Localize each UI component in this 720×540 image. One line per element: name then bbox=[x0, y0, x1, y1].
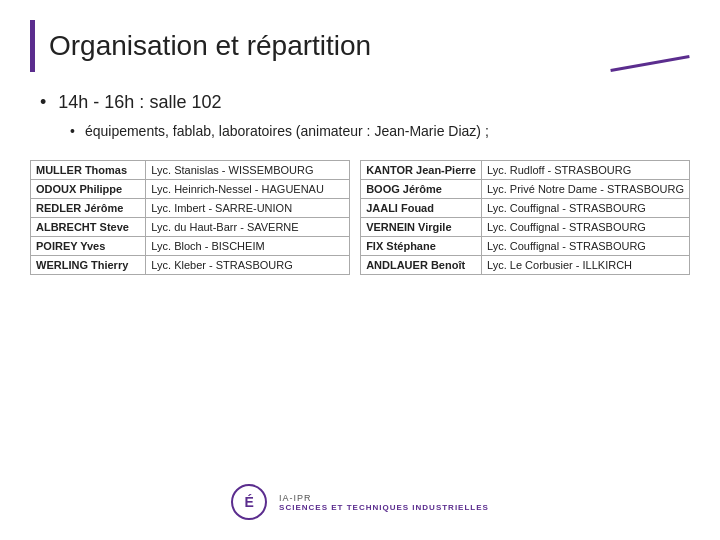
logo-icon: É bbox=[231, 484, 267, 520]
table-cell-name: ODOUX Philippe bbox=[31, 180, 146, 199]
table-cell-name: REDLER Jérôme bbox=[31, 199, 146, 218]
footer-text-block: IA-IPR SCIENCES ET TECHNIQUES INDUSTRIEL… bbox=[279, 493, 489, 512]
table-cell-school: Lyc. Rudloff - STRASBOURG bbox=[481, 161, 689, 180]
table-row: MULLER ThomasLyc. Stanislas - WISSEMBOUR… bbox=[31, 161, 350, 180]
table-row: VERNEIN VirgileLyc. Couffignal - STRASBO… bbox=[361, 218, 690, 237]
sub-bullet-item: • équipements, fablab, laboratoires (ani… bbox=[70, 121, 690, 142]
title-bar-decoration bbox=[30, 20, 35, 72]
table-row: JAALI FouadLyc. Couffignal - STRASBOURG bbox=[361, 199, 690, 218]
left-data-table: MULLER ThomasLyc. Stanislas - WISSEMBOUR… bbox=[30, 160, 350, 275]
table-row: ALBRECHT SteveLyc. du Haut-Barr - SAVERN… bbox=[31, 218, 350, 237]
table-cell-school: Lyc. Imbert - SARRE-UNION bbox=[146, 199, 350, 218]
table-cell-school: Lyc. Couffignal - STRASBOURG bbox=[481, 218, 689, 237]
table-cell-name: WERLING Thierry bbox=[31, 256, 146, 275]
bullet-dot-1: • bbox=[40, 92, 46, 113]
table-cell-name: ALBRECHT Steve bbox=[31, 218, 146, 237]
table-cell-school: Lyc. Le Corbusier - ILLKIRCH bbox=[481, 256, 689, 275]
right-table: KANTOR Jean-PierreLyc. Rudloff - STRASBO… bbox=[360, 160, 690, 468]
table-row: FIX StéphaneLyc. Couffignal - STRASBOURG bbox=[361, 237, 690, 256]
sub-bullet-dot: • bbox=[70, 123, 75, 139]
footer: É IA-IPR SCIENCES ET TECHNIQUES INDUSTRI… bbox=[30, 478, 690, 520]
table-cell-name: MULLER Thomas bbox=[31, 161, 146, 180]
footer-line1: IA-IPR bbox=[279, 493, 312, 503]
table-cell-name: ANDLAUER Benoît bbox=[361, 256, 482, 275]
left-table: MULLER ThomasLyc. Stanislas - WISSEMBOUR… bbox=[30, 160, 350, 468]
table-cell-school: Lyc. Heinrich-Nessel - HAGUENAU bbox=[146, 180, 350, 199]
table-row: WERLING ThierryLyc. Kleber - STRASBOURG bbox=[31, 256, 350, 275]
sub-bullet-text: équipements, fablab, laboratoires (anima… bbox=[85, 121, 489, 142]
table-cell-school: Lyc. du Haut-Barr - SAVERNE bbox=[146, 218, 350, 237]
footer-logo-area: É IA-IPR SCIENCES ET TECHNIQUES INDUSTRI… bbox=[30, 484, 690, 520]
table-cell-school: Lyc. Stanislas - WISSEMBOURG bbox=[146, 161, 350, 180]
table-cell-name: POIREY Yves bbox=[31, 237, 146, 256]
title-section: Organisation et répartition bbox=[30, 20, 690, 72]
main-bullet-text: 14h - 16h : salle 102 bbox=[58, 90, 221, 115]
table-row: ANDLAUER BenoîtLyc. Le Corbusier - ILLKI… bbox=[361, 256, 690, 275]
right-data-table: KANTOR Jean-PierreLyc. Rudloff - STRASBO… bbox=[360, 160, 690, 275]
table-cell-name: KANTOR Jean-Pierre bbox=[361, 161, 482, 180]
bullet-section: • 14h - 16h : salle 102 • équipements, f… bbox=[40, 90, 690, 142]
table-cell-name: BOOG Jérôme bbox=[361, 180, 482, 199]
table-row: KANTOR Jean-PierreLyc. Rudloff - STRASBO… bbox=[361, 161, 690, 180]
table-row: REDLER JérômeLyc. Imbert - SARRE-UNION bbox=[31, 199, 350, 218]
footer-line2: SCIENCES ET TECHNIQUES INDUSTRIELLES bbox=[279, 503, 489, 512]
main-bullet-item: • 14h - 16h : salle 102 bbox=[40, 90, 690, 115]
table-cell-name: FIX Stéphane bbox=[361, 237, 482, 256]
table-cell-school: Lyc. Bloch - BISCHEIM bbox=[146, 237, 350, 256]
table-cell-school: Lyc. Couffignal - STRASBOURG bbox=[481, 237, 689, 256]
table-cell-school: Lyc. Privé Notre Dame - STRASBOURG bbox=[481, 180, 689, 199]
table-cell-school: Lyc. Couffignal - STRASBOURG bbox=[481, 199, 689, 218]
slide: Organisation et répartition • 14h - 16h … bbox=[0, 0, 720, 540]
table-cell-name: JAALI Fouad bbox=[361, 199, 482, 218]
table-cell-name: VERNEIN Virgile bbox=[361, 218, 482, 237]
tables-container: MULLER ThomasLyc. Stanislas - WISSEMBOUR… bbox=[30, 160, 690, 468]
slide-title: Organisation et répartition bbox=[49, 30, 690, 62]
table-row: BOOG JérômeLyc. Privé Notre Dame - STRAS… bbox=[361, 180, 690, 199]
table-row: ODOUX PhilippeLyc. Heinrich-Nessel - HAG… bbox=[31, 180, 350, 199]
table-row: POIREY YvesLyc. Bloch - BISCHEIM bbox=[31, 237, 350, 256]
table-cell-school: Lyc. Kleber - STRASBOURG bbox=[146, 256, 350, 275]
